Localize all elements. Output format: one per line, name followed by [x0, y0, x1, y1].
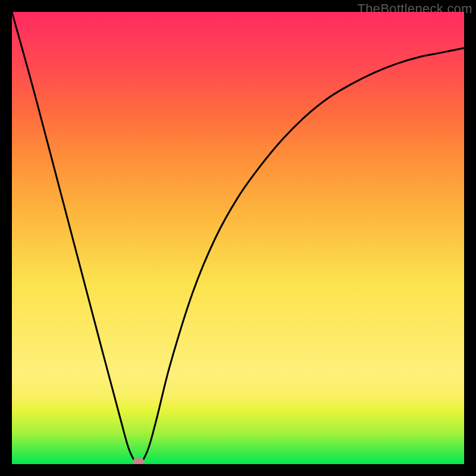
bottleneck-curve-path [12, 12, 464, 464]
chart-plot-area [12, 12, 464, 464]
minimum-marker [133, 458, 145, 464]
bottleneck-curve-svg [12, 12, 464, 464]
